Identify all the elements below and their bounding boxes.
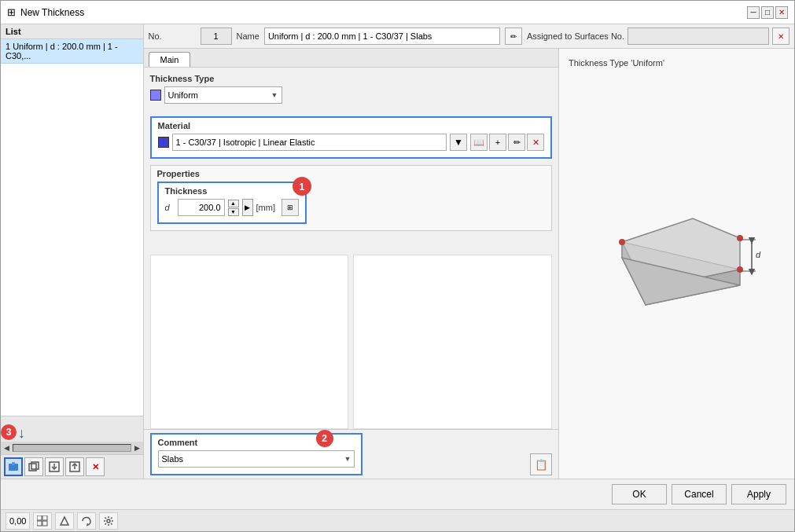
coordinate-display[interactable]: 0,00 — [6, 512, 30, 530]
name-input[interactable] — [264, 28, 500, 45]
list-item[interactable]: 1 Uniform | d : 200.0 mm | 1 - C30,... — [1, 39, 143, 64]
unit-label: [mm] — [256, 203, 275, 212]
form-content: Thickness Type Uniform ▼ Mate — [144, 68, 558, 255]
thickness-type-select[interactable]: Uniform ▼ — [164, 86, 282, 104]
arrow-down-indicator: ↓ — [18, 425, 25, 442]
assigned-input[interactable] — [628, 28, 769, 45]
preview-export-button[interactable]: 📋 — [530, 453, 552, 475]
dialog-footer: OK Cancel Apply — [1, 479, 794, 509]
chevron-down-icon: ▼ — [271, 91, 278, 99]
form-main: Main Thickness Type Uniform ▼ — [144, 49, 558, 479]
material-dropdown-arrow[interactable]: ▼ — [450, 134, 467, 151]
duplicate-button[interactable] — [24, 457, 43, 476]
empty-cell-right — [353, 255, 552, 429]
area-toggle[interactable] — [55, 512, 74, 530]
no-input[interactable] — [201, 28, 232, 45]
thickness-input[interactable] — [178, 199, 225, 216]
material-input[interactable] — [172, 134, 447, 151]
badge-3: 3 — [1, 424, 17, 440]
scroll-track[interactable] — [13, 444, 131, 452]
new-item-button[interactable] — [4, 457, 23, 476]
delete-button[interactable]: ✕ — [86, 457, 105, 476]
svg-point-14 — [737, 235, 743, 241]
material-info-button[interactable]: 📖 — [470, 134, 488, 151]
material-label: Material — [158, 121, 544, 130]
grid-toggle[interactable] — [33, 512, 52, 530]
name-label: Name — [237, 31, 259, 41]
title-bar: ⊞ New Thickness ─ □ ✕ — [1, 1, 794, 24]
svg-marker-24 — [61, 517, 68, 525]
material-color-box — [158, 137, 169, 148]
window-icon: ⊞ — [7, 6, 16, 18]
close-button[interactable]: ✕ — [775, 6, 788, 19]
edit-name-button[interactable]: ✏ — [505, 28, 522, 45]
d-label: d — [165, 203, 175, 212]
chevron-down-icon-2: ▼ — [344, 455, 351, 463]
svg-rect-1 — [12, 462, 15, 465]
tab-row: Main — [144, 49, 558, 68]
title-bar-left: ⊞ New Thickness — [7, 6, 84, 18]
thickness-type-color — [150, 90, 161, 101]
copy-thickness-button[interactable]: ⊞ — [282, 199, 299, 216]
thickness-label: Thickness — [165, 186, 299, 196]
middle-empty-area — [144, 255, 558, 429]
form-top-row: No. Name ✏ Assigned to Surfaces No. ✕ — [144, 24, 794, 49]
settings-toggle[interactable] — [99, 512, 118, 530]
svg-rect-21 — [42, 515, 47, 520]
import-button[interactable] — [65, 457, 84, 476]
form-bottom: Comment Slabs ▼ 📋 2 — [144, 429, 558, 479]
material-section: Material ▼ 📖 + ✏ ✕ — [150, 116, 552, 159]
list-toolbar: ✕ — [1, 454, 143, 479]
tab-main[interactable]: Main — [149, 52, 191, 67]
scroll-right[interactable]: ▶ — [133, 444, 142, 452]
thickness-row: d ▲ ▼ ▶ [mm] ⊞ — [165, 199, 299, 216]
spinner-buttons: ▲ ▼ — [228, 200, 239, 216]
name-group: Name — [237, 31, 259, 41]
thickness-type-group: Thickness Type Uniform ▼ — [150, 74, 552, 107]
cancel-button[interactable]: Cancel — [672, 484, 727, 504]
svg-point-13 — [619, 239, 625, 245]
title-bar-controls: ─ □ ✕ — [747, 6, 788, 19]
list-header: List — [1, 24, 143, 39]
spin-up-button[interactable]: ▲ — [228, 200, 239, 207]
svg-rect-22 — [37, 521, 42, 526]
thickness-preview-svg: d — [583, 195, 771, 352]
no-label: No. — [149, 31, 162, 41]
badge-1: 1 — [293, 177, 311, 196]
badge-2: 2 — [316, 430, 333, 447]
list-body: 1 Uniform | d : 200.0 mm | 1 - C30,... — [1, 39, 143, 416]
status-bar: 0,00 — [1, 509, 794, 531]
thickness-section: Thickness d ▲ ▼ ▶ — [157, 182, 307, 224]
material-icon-buttons: 📖 + ✏ ✕ — [470, 134, 544, 151]
export-button[interactable] — [45, 457, 64, 476]
comment-select[interactable]: Slabs ▼ — [158, 450, 355, 468]
comment-value: Slabs — [162, 454, 184, 464]
svg-point-15 — [737, 266, 743, 273]
material-row: ▼ 📖 + ✏ ✕ — [158, 134, 544, 151]
thickness-type-value: Uniform — [168, 90, 199, 100]
preview-title: Thickness Type 'Uniform' — [569, 58, 664, 68]
assigned-section: Assigned to Surfaces No. ✕ — [527, 28, 789, 45]
arrow-right-button[interactable]: ▶ — [242, 199, 253, 216]
form-body: Main Thickness Type Uniform ▼ — [144, 49, 794, 479]
maximize-button[interactable]: □ — [761, 6, 774, 19]
spin-down-button[interactable]: ▼ — [228, 208, 239, 216]
assigned-label: Assigned to Surfaces No. — [527, 31, 624, 41]
preview-panel: Thickness Type 'Uniform' — [558, 49, 794, 479]
clear-assigned-button[interactable]: ✕ — [772, 28, 789, 45]
left-panel-footer: ↓ 3 ◀ ▶ — [1, 416, 143, 479]
preview-canvas: d — [569, 77, 785, 469]
material-delete-button[interactable]: ✕ — [527, 134, 544, 151]
window-title: New Thickness — [20, 7, 84, 18]
blank-section — [367, 433, 525, 474]
apply-button[interactable]: Apply — [731, 484, 786, 504]
rotate-toggle[interactable] — [77, 512, 96, 530]
ok-button[interactable]: OK — [612, 484, 667, 504]
material-edit-button[interactable]: ✏ — [508, 134, 525, 151]
minimize-button[interactable]: ─ — [747, 6, 760, 19]
svg-point-25 — [107, 519, 110, 523]
scroll-left[interactable]: ◀ — [2, 444, 11, 452]
horizontal-scrollbar[interactable]: ◀ ▶ — [1, 442, 143, 454]
empty-cell-left — [150, 255, 349, 429]
material-add-button[interactable]: + — [489, 134, 506, 151]
